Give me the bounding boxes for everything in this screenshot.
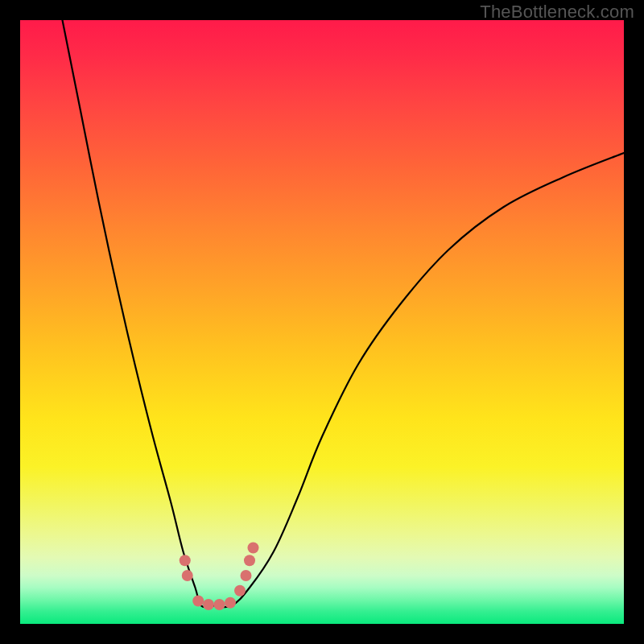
highlight-dot — [182, 570, 193, 581]
highlight-dots — [180, 543, 259, 611]
highlight-dot — [180, 555, 191, 566]
plot-area — [20, 20, 624, 624]
curve-layer — [20, 20, 624, 624]
highlight-dot — [244, 555, 255, 566]
highlight-dot — [234, 585, 246, 597]
highlight-dot — [192, 596, 204, 607]
watermark-text: TheBottleneck.com — [480, 2, 634, 23]
highlight-dot — [214, 599, 225, 610]
bottleneck-curve — [63, 20, 625, 607]
highlight-dot — [241, 570, 252, 581]
highlight-dot — [248, 543, 259, 554]
highlight-dot — [203, 599, 214, 610]
highlight-dot — [225, 597, 236, 609]
chart-frame: TheBottleneck.com — [0, 0, 644, 644]
